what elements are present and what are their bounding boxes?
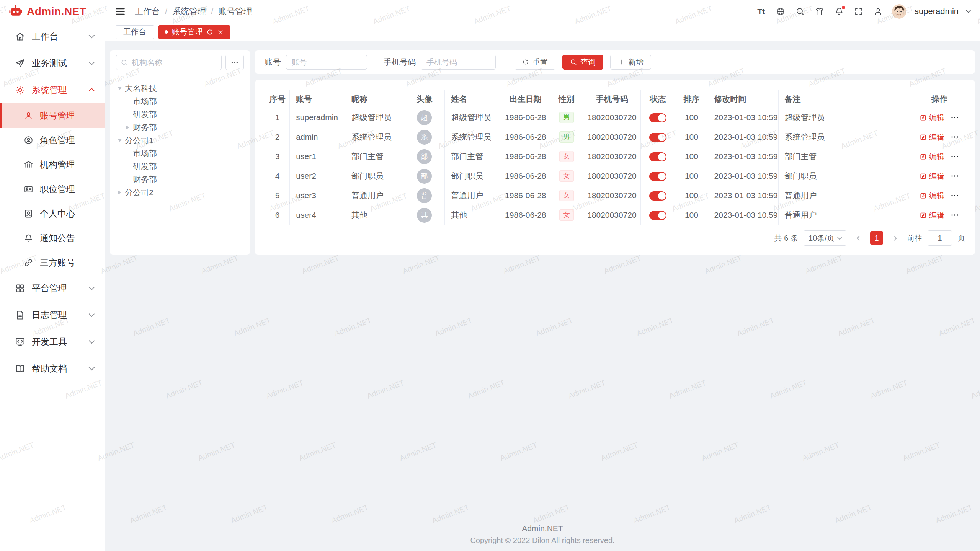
edit-button[interactable]: 编辑 <box>920 112 944 123</box>
tree-node-branch1[interactable]: 分公司1 <box>113 134 247 147</box>
more-actions-button[interactable] <box>950 132 959 142</box>
cell-nickname: 部门职员 <box>345 166 404 186</box>
font-size-icon[interactable]: Tt <box>755 5 767 18</box>
page-size-select[interactable]: 10条/页 <box>804 230 846 246</box>
sidebar-item-notice[interactable]: 通知公告 <box>0 226 105 250</box>
cell-status <box>640 127 675 147</box>
refresh-icon <box>522 59 529 65</box>
more-actions-button[interactable] <box>950 171 959 181</box>
chevron-right-icon <box>892 236 897 241</box>
tree-node-branch2[interactable]: 分公司2 <box>113 186 247 199</box>
sidebar-item-position-mgmt[interactable]: 职位管理 <box>0 177 105 201</box>
caret-expanded-icon[interactable] <box>118 87 122 90</box>
page-unit-label: 页 <box>957 233 965 243</box>
sidebar-item-role-mgmt[interactable]: 角色管理 <box>0 128 105 152</box>
app-root: Admin.NET 工作台 业务测试 系统管理 账号管理 <box>0 0 980 551</box>
tree-node-rd[interactable]: 研发部 <box>113 108 247 121</box>
edit-button[interactable]: 编辑 <box>920 132 944 142</box>
globe-icon[interactable] <box>775 5 786 18</box>
add-button[interactable]: 新增 <box>610 55 651 70</box>
sidebar-item-org-mgmt[interactable]: 机构管理 <box>0 152 105 177</box>
sidebar-item-profile-center[interactable]: 个人中心 <box>0 201 105 226</box>
bell-icon[interactable] <box>833 5 845 18</box>
cell-name: 超级管理员 <box>445 108 501 127</box>
cell-actions: 编辑 <box>914 205 965 225</box>
cell-actions: 编辑 <box>914 127 965 147</box>
org-tree-panel: 大名科技 市场部 研发部 财务部 分公司1 市场部 研发部 财务部 分公司2 <box>110 50 250 255</box>
link-icon <box>24 258 33 267</box>
gender-badge: 女 <box>559 209 574 221</box>
refresh-icon[interactable] <box>206 29 213 36</box>
status-toggle[interactable] <box>649 191 666 201</box>
edit-button[interactable]: 编辑 <box>920 191 944 201</box>
chevron-down-icon[interactable] <box>966 8 971 13</box>
avatar[interactable] <box>892 4 906 19</box>
status-toggle[interactable] <box>649 113 666 122</box>
reset-button[interactable]: 重置 <box>514 55 555 70</box>
caret-expanded-icon[interactable] <box>118 139 122 142</box>
cell-remark: 超级管理员 <box>778 108 914 127</box>
col-index: 序号 <box>265 90 290 108</box>
tree-node-market[interactable]: 市场部 <box>113 95 247 108</box>
col-remark: 备注 <box>778 90 914 108</box>
caret-collapsed-icon[interactable] <box>126 126 129 129</box>
page-number-current[interactable]: 1 <box>870 231 883 245</box>
close-icon[interactable] <box>217 29 224 36</box>
hamburger-menu-icon[interactable] <box>115 6 126 17</box>
breadcrumb-workbench[interactable]: 工作台 <box>135 6 160 17</box>
user-icon[interactable] <box>872 5 884 18</box>
goto-page-input[interactable] <box>928 230 952 246</box>
org-search-input[interactable] <box>116 55 222 70</box>
breadcrumb-system-mgmt[interactable]: 系统管理 <box>172 6 206 17</box>
caret-placeholder <box>126 165 129 168</box>
tree-more-button[interactable] <box>225 55 244 70</box>
tree-node-daming[interactable]: 大名科技 <box>113 82 247 95</box>
next-page-button[interactable] <box>889 231 902 245</box>
tree-node-market[interactable]: 市场部 <box>113 147 247 160</box>
sidebar-item-account-mgmt[interactable]: 账号管理 <box>0 103 105 128</box>
tab-workbench[interactable]: 工作台 <box>116 25 154 39</box>
table-header-row: 序号 账号 昵称 头像 姓名 出生日期 性别 手机号码 状态 排序 修改时间 <box>265 90 965 108</box>
caret-collapsed-icon[interactable] <box>118 191 121 194</box>
tree-node-finance[interactable]: 财务部 <box>113 173 247 186</box>
sidebar-item-workbench[interactable]: 工作台 <box>0 23 105 50</box>
cell-avatar: 普 <box>404 186 445 205</box>
search-button[interactable]: 查询 <box>562 55 603 70</box>
more-actions-button[interactable] <box>950 152 959 161</box>
sidebar-item-dev-tools[interactable]: 开发工具 <box>0 328 105 355</box>
theme-shirt-icon[interactable] <box>814 5 825 18</box>
tab-account-mgmt[interactable]: 账号管理 <box>158 25 230 39</box>
logo[interactable]: Admin.NET <box>0 0 105 23</box>
sidebar-item-system-mgmt[interactable]: 系统管理 <box>0 77 105 103</box>
status-toggle[interactable] <box>649 133 666 142</box>
more-actions-button[interactable] <box>950 210 959 220</box>
sidebar-item-third-party-account[interactable]: 三方账号 <box>0 250 105 275</box>
more-actions-button[interactable] <box>950 113 959 122</box>
edit-button[interactable]: 编辑 <box>920 152 944 162</box>
fullscreen-icon[interactable] <box>853 5 864 18</box>
username[interactable]: superadmin <box>915 7 959 16</box>
status-toggle[interactable] <box>649 211 666 220</box>
toggle-knob <box>658 192 666 200</box>
cell-avatar: 部 <box>404 147 445 166</box>
active-tab-dot <box>165 30 168 34</box>
table-row: 6 user4 其他 其 其他 1986-06-28 女 18020030720… <box>265 205 965 225</box>
logo-text: Admin.NET <box>27 5 86 18</box>
status-toggle[interactable] <box>649 172 666 181</box>
tree-node-finance[interactable]: 财务部 <box>113 121 247 134</box>
account-input[interactable] <box>286 55 367 70</box>
cell-index: 2 <box>265 127 290 147</box>
status-toggle[interactable] <box>649 152 666 161</box>
edit-button[interactable]: 编辑 <box>920 210 944 220</box>
phone-input[interactable] <box>421 55 496 70</box>
tree-node-rd[interactable]: 研发部 <box>113 160 247 173</box>
cell-gender: 男 <box>550 108 583 127</box>
sidebar-item-platform-mgmt[interactable]: 平台管理 <box>0 275 105 302</box>
sidebar-item-business-test[interactable]: 业务测试 <box>0 50 105 77</box>
edit-button[interactable]: 编辑 <box>920 171 944 181</box>
sidebar-item-log-mgmt[interactable]: 日志管理 <box>0 302 105 328</box>
search-icon[interactable] <box>794 5 806 18</box>
more-actions-button[interactable] <box>950 191 959 200</box>
sidebar-item-help-docs[interactable]: 帮助文档 <box>0 355 105 382</box>
prev-page-button[interactable] <box>852 231 865 245</box>
